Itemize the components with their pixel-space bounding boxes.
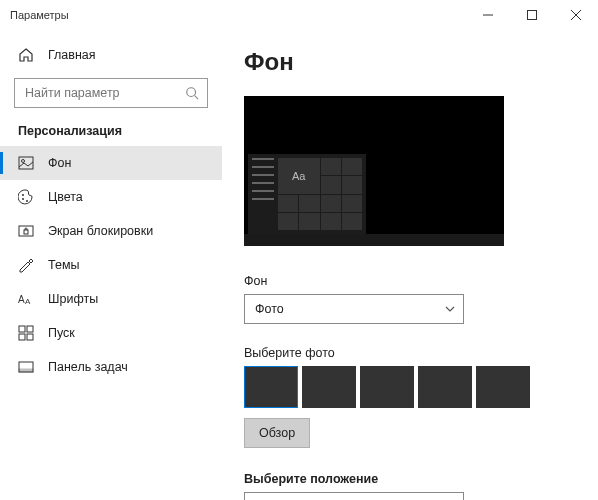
dropdown-value: Фото (255, 302, 284, 316)
content: Фон Aa Фон Фото Выберите фото (222, 30, 598, 500)
window-title: Параметры (10, 9, 69, 21)
svg-rect-16 (27, 326, 33, 332)
maximize-button[interactable] (510, 0, 554, 30)
taskbar-icon (18, 359, 34, 375)
svg-rect-18 (27, 334, 33, 340)
section-title: Персонализация (0, 118, 222, 146)
sidebar-item-start[interactable]: Пуск (0, 316, 222, 350)
sidebar-item-colors[interactable]: Цвета (0, 180, 222, 214)
close-icon (571, 10, 581, 20)
svg-text:A: A (25, 297, 31, 306)
sidebar-item-label: Цвета (48, 190, 83, 204)
svg-point-8 (22, 194, 24, 196)
svg-text:A: A (18, 294, 25, 305)
picture-icon (18, 155, 34, 171)
sidebar-item-label: Экран блокировки (48, 224, 153, 238)
search-icon (185, 86, 199, 100)
sidebar-item-themes[interactable]: Темы (0, 248, 222, 282)
search-input[interactable] (14, 78, 208, 108)
sidebar-item-background[interactable]: Фон (0, 146, 222, 180)
fonts-icon: AA (18, 291, 34, 307)
photo-thumb-4[interactable] (418, 366, 472, 408)
photo-thumb-5[interactable] (476, 366, 530, 408)
browse-button[interactable]: Обзор (244, 418, 310, 448)
search-field[interactable] (25, 86, 185, 100)
svg-point-7 (22, 160, 25, 163)
photo-thumb-2[interactable] (302, 366, 356, 408)
start-icon (18, 325, 34, 341)
maximize-icon (527, 10, 537, 20)
background-type-dropdown[interactable]: Фото (244, 294, 464, 324)
background-label: Фон (244, 274, 570, 288)
svg-rect-20 (19, 369, 33, 372)
sidebar-item-lockscreen[interactable]: Экран блокировки (0, 214, 222, 248)
title-bar: Параметры (0, 0, 598, 30)
desktop-preview: Aa (244, 96, 504, 246)
sidebar-item-label: Темы (48, 258, 79, 272)
minimize-button[interactable] (466, 0, 510, 30)
sidebar-item-taskbar[interactable]: Панель задач (0, 350, 222, 384)
preview-tile-text: Aa (278, 158, 320, 194)
sidebar-item-label: Пуск (48, 326, 75, 340)
window-controls (466, 0, 598, 30)
choose-photo-label: Выберите фото (244, 346, 570, 360)
photo-thumb-3[interactable] (360, 366, 414, 408)
chevron-down-icon (445, 304, 455, 314)
page-title: Фон (244, 48, 570, 76)
svg-rect-12 (24, 230, 28, 234)
sidebar-item-label: Шрифты (48, 292, 98, 306)
svg-point-10 (26, 200, 28, 202)
themes-icon (18, 257, 34, 273)
sidebar-item-label: Панель задач (48, 360, 128, 374)
close-button[interactable] (554, 0, 598, 30)
fit-dropdown[interactable]: Заполнение (244, 492, 464, 500)
home-link[interactable]: Главная (0, 38, 222, 72)
palette-icon (18, 189, 34, 205)
home-label: Главная (48, 48, 96, 62)
svg-line-5 (195, 96, 199, 100)
minimize-icon (483, 10, 493, 20)
home-icon (18, 47, 34, 63)
photo-thumbnails (244, 366, 570, 408)
fit-label: Выберите положение (244, 472, 570, 486)
svg-point-9 (22, 198, 24, 200)
sidebar: Главная Персонализация Фон Цвета (0, 30, 222, 500)
lockscreen-icon (18, 223, 34, 239)
svg-rect-15 (19, 326, 25, 332)
sidebar-item-fonts[interactable]: AA Шрифты (0, 282, 222, 316)
svg-rect-6 (19, 157, 33, 169)
svg-point-4 (187, 88, 196, 97)
svg-rect-1 (528, 11, 537, 20)
photo-thumb-1[interactable] (244, 366, 298, 408)
sidebar-item-label: Фон (48, 156, 71, 170)
svg-rect-17 (19, 334, 25, 340)
